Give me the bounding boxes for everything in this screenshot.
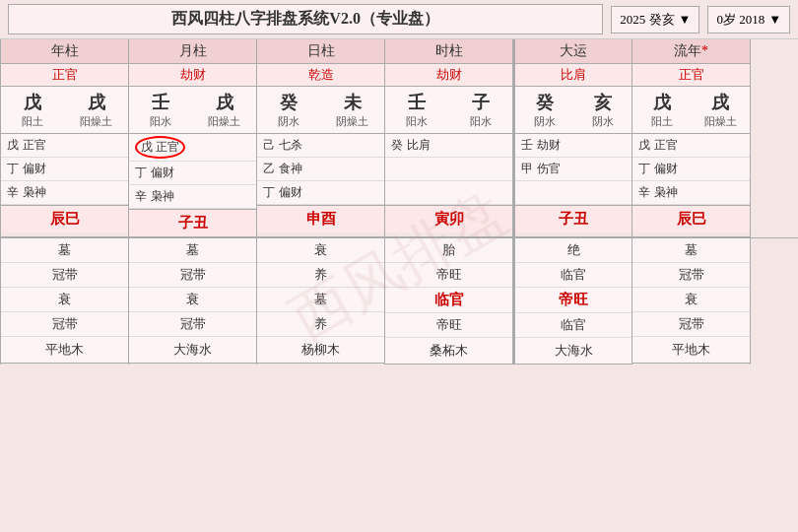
hour-bottom-1: 胎 bbox=[385, 238, 512, 263]
year-stem-char: 戊 bbox=[24, 91, 41, 114]
day-stem-char: 癸 bbox=[280, 91, 298, 114]
liuyear-bottom-col: 墓 冠带 衰 冠带 平地木 bbox=[632, 238, 751, 365]
day-bottom-col: 衰 养 墓 养 杨柳木 bbox=[257, 238, 385, 365]
hour-branch-desc: 阳水 bbox=[470, 114, 492, 129]
day-bottom-4: 养 bbox=[257, 312, 384, 337]
day-shen-3: 丁偏财 bbox=[257, 181, 384, 205]
day-bottom-2: 养 bbox=[257, 263, 384, 288]
daxun-bottom-2: 临官 bbox=[515, 263, 632, 288]
app-title: 西风四柱八字排盘系统V2.0（专业盘） bbox=[8, 4, 603, 34]
liuyear-col-role: 正官 bbox=[632, 64, 750, 87]
hour-shen-1: 癸比肩 bbox=[385, 134, 512, 158]
hour-stem-char: 壬 bbox=[408, 91, 426, 114]
daxun-bottom-col: 绝 临官 帝旺 临官 大海水 bbox=[514, 238, 632, 365]
hour-bottom-col: 胎 帝旺 临官 帝旺 桑柘木 bbox=[385, 238, 513, 365]
day-shen-2: 乙食神 bbox=[257, 158, 384, 181]
year-bottom-col: 墓 冠带 衰 冠带 平地木 bbox=[1, 238, 129, 365]
hour-branch-char: 子 bbox=[472, 91, 490, 114]
year-stem-desc: 阳土 bbox=[22, 114, 43, 129]
month-shen-1-circled: 戊正官 bbox=[135, 136, 185, 159]
hour-stem: 壬 阳水 bbox=[385, 87, 449, 133]
hour-bottom-4: 帝旺 bbox=[385, 313, 512, 338]
liuyear-bottom-2: 冠带 bbox=[632, 263, 750, 288]
daxun-bottom-3: 帝旺 bbox=[515, 288, 632, 313]
year-shen-1: 戊正官 bbox=[1, 134, 128, 158]
hour-col-role: 劫财 bbox=[385, 64, 512, 87]
day-bottom-5: 杨柳木 bbox=[257, 337, 384, 364]
liuyear-header-text: 流年 bbox=[674, 43, 701, 58]
liuyear-shen-3: 辛枭神 bbox=[632, 181, 750, 205]
day-bottom-3: 墓 bbox=[257, 288, 384, 312]
hour-branch: 子 阳水 bbox=[449, 87, 513, 133]
liuyear-stem-desc: 阳土 bbox=[651, 114, 673, 129]
month-col-role: 劫财 bbox=[129, 64, 256, 87]
day-branch: 未 阴燥土 bbox=[321, 87, 385, 133]
daxun-branch-desc: 阴水 bbox=[592, 114, 614, 129]
liuyear-stem-branch: 戊 阳土 戌 阳燥土 bbox=[632, 87, 750, 134]
month-bottom-3: 衰 bbox=[129, 288, 256, 312]
year-dropdown-icon[interactable]: ▼ bbox=[679, 12, 692, 28]
liuyear-bottom-1: 墓 bbox=[632, 238, 750, 263]
day-branch-desc: 阴燥土 bbox=[336, 114, 368, 129]
liuyear-stem-char: 戊 bbox=[653, 91, 671, 114]
month-col-header: 月柱 bbox=[129, 39, 256, 64]
year-col-header: 年柱 bbox=[1, 39, 128, 64]
month-bottom-5: 大海水 bbox=[129, 337, 256, 364]
year-branch: 戌 阳燥土 bbox=[65, 87, 129, 133]
daxun-branch: 亥 阴水 bbox=[573, 87, 632, 133]
month-branch: 戌 阳燥土 bbox=[193, 87, 257, 133]
year-branch-char: 戌 bbox=[88, 91, 105, 114]
month-stem-branch: 壬 阳水 戌 阳燥土 bbox=[129, 87, 256, 134]
month-shen-2: 丁偏财 bbox=[129, 162, 256, 185]
year-bottom-1: 墓 bbox=[1, 238, 128, 263]
hour-shen-2-empty bbox=[385, 158, 512, 181]
hour-bottom-5: 桑柘木 bbox=[385, 338, 512, 365]
day-bottom-1: 衰 bbox=[257, 238, 384, 263]
hour-col: 时柱 劫财 壬 阳水 子 阳水 癸比肩 寅卯 bbox=[385, 39, 513, 237]
daxun-shen-3-empty bbox=[515, 181, 632, 205]
year-bottom-3: 衰 bbox=[1, 288, 128, 312]
year-selector[interactable]: 2025 癸亥 ▼ bbox=[611, 6, 699, 33]
year-branch-desc: 阳燥土 bbox=[80, 114, 112, 129]
liuyear-bottom-5: 平地木 bbox=[632, 337, 750, 364]
day-stem-desc: 阴水 bbox=[278, 114, 299, 129]
daxun-dizhi: 子丑 bbox=[515, 205, 632, 233]
liuyear-dizhi: 辰巳 bbox=[632, 205, 750, 233]
age-selector[interactable]: 0岁 2018 ▼ bbox=[707, 6, 790, 33]
age-dropdown-icon[interactable]: ▼ bbox=[768, 12, 781, 28]
day-branch-char: 未 bbox=[344, 91, 362, 114]
month-shen-3: 辛枭神 bbox=[129, 185, 256, 209]
month-stem-char: 壬 bbox=[152, 91, 169, 114]
month-stem-desc: 阳水 bbox=[150, 114, 171, 129]
daxun-branch-char: 亥 bbox=[594, 91, 612, 114]
year-bottom-4: 冠带 bbox=[1, 312, 128, 337]
month-bottom-4: 冠带 bbox=[129, 312, 256, 337]
hour-bottom-3: 临官 bbox=[385, 288, 512, 313]
month-bottom-1: 墓 bbox=[129, 238, 256, 263]
year-dizhi: 辰巳 bbox=[1, 205, 128, 233]
liuyear-bottom-3: 衰 bbox=[632, 288, 750, 312]
year-stem-branch: 戊 阳土 戌 阳燥土 bbox=[1, 87, 128, 134]
month-col: 月柱 劫财 壬 阳水 戌 阳燥土 戊正官 丁偏财 辛枭神 子丑 bbox=[129, 39, 257, 237]
hour-stem-desc: 阳水 bbox=[406, 114, 428, 129]
month-shen-1: 戊正官 bbox=[129, 134, 256, 162]
age-label: 0岁 2018 bbox=[716, 11, 765, 29]
bottom-section: 墓 冠带 衰 冠带 平地木 墓 冠带 衰 冠带 大海水 衰 养 墓 养 杨柳木 … bbox=[0, 237, 798, 365]
hour-stem-branch: 壬 阳水 子 阳水 bbox=[385, 87, 512, 134]
top-bar: 西风四柱八字排盘系统V2.0（专业盘） 2025 癸亥 ▼ 0岁 2018 ▼ bbox=[0, 0, 798, 39]
liuyear-shen-2: 丁偏财 bbox=[632, 158, 750, 181]
daxun-col-role: 比肩 bbox=[515, 64, 632, 87]
year-bottom-2: 冠带 bbox=[1, 263, 128, 288]
daxun-stem-branch: 癸 阴水 亥 阴水 bbox=[515, 87, 632, 134]
daxun-stem-char: 癸 bbox=[536, 91, 554, 114]
daxun-shen-1: 壬劫财 bbox=[515, 134, 632, 158]
hour-dizhi: 寅卯 bbox=[385, 205, 512, 233]
month-bottom-col: 墓 冠带 衰 冠带 大海水 bbox=[129, 238, 257, 365]
day-stem: 癸 阴水 bbox=[257, 87, 321, 133]
liuyear-col: 流年* 正官 戊 阳土 戌 阳燥土 戊正官 丁偏财 辛枭神 辰巳 bbox=[632, 39, 751, 237]
liuyear-branch-desc: 阳燥土 bbox=[704, 114, 737, 129]
year-col-role: 正官 bbox=[1, 64, 128, 87]
month-stem: 壬 阳水 bbox=[129, 87, 193, 133]
daxun-shen-2: 甲伤官 bbox=[515, 158, 632, 181]
month-branch-char: 戌 bbox=[216, 91, 233, 114]
